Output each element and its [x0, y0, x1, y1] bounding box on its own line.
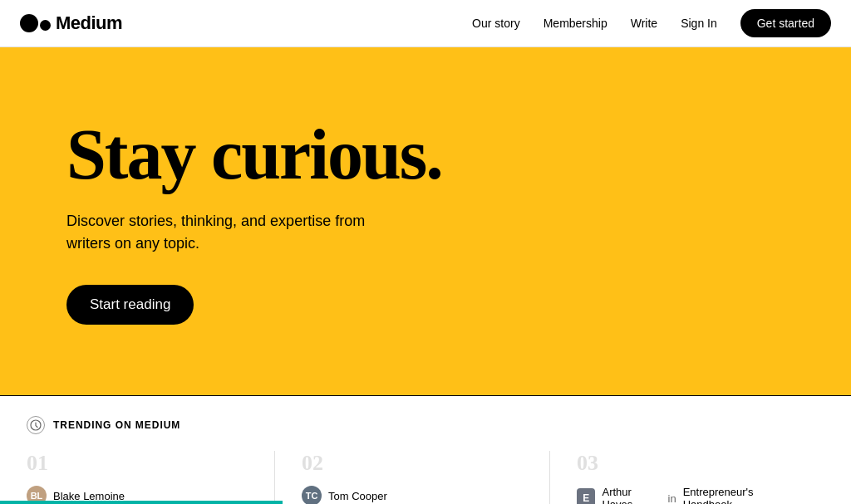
- bottom-progress-bar: [0, 501, 283, 504]
- article-number-2: 02: [302, 451, 523, 476]
- article-author-3: E Arthur Hayes in Entrepreneur's Handboo…: [577, 486, 798, 504]
- hero-section: Stay curious. Discover stories, thinking…: [0, 47, 851, 396]
- article-number-1: 01: [27, 451, 248, 476]
- main-header: Medium Our story Membership Write Sign I…: [0, 0, 851, 47]
- hero-title: Stay curious.: [66, 119, 785, 190]
- logo-text: Medium: [56, 12, 122, 34]
- logo-circle-small: [40, 20, 51, 31]
- trending-label: TRENDING ON MEDIUM: [53, 419, 180, 431]
- nav-our-story[interactable]: Our story: [472, 17, 520, 30]
- author-name-2[interactable]: Tom Cooper: [328, 490, 387, 502]
- logo-icon: [20, 14, 51, 32]
- author-in-3: in: [668, 492, 676, 505]
- logo-circle-large: [20, 14, 38, 32]
- author-avatar-3: E: [577, 488, 595, 504]
- article-author-2: TC Tom Cooper: [302, 486, 523, 504]
- article-number-3: 03: [577, 451, 798, 476]
- author-avatar-2: TC: [302, 486, 322, 504]
- article-item-3: 03 E Arthur Hayes in Entrepreneur's Hand…: [577, 451, 824, 504]
- trending-articles: 01 BL Blake Lemoine Is LaMDA Sentient?—a…: [27, 451, 824, 504]
- trending-icon: [27, 416, 45, 434]
- trending-header: TRENDING ON MEDIUM: [27, 416, 824, 434]
- nav-write[interactable]: Write: [631, 17, 657, 30]
- nav-sign-in[interactable]: Sign In: [681, 17, 717, 30]
- get-started-button[interactable]: Get started: [740, 9, 831, 37]
- author-name-3[interactable]: Arthur Hayes: [602, 486, 661, 504]
- article-item-2: 02 TC Tom Cooper Ukraine War, 1, 2, 3 an…: [302, 451, 550, 504]
- nav-membership[interactable]: Membership: [544, 17, 608, 30]
- logo[interactable]: Medium: [20, 12, 122, 34]
- article-item-1: 01 BL Blake Lemoine Is LaMDA Sentient?—a…: [27, 451, 275, 504]
- trending-section: TRENDING ON MEDIUM 01 BL Blake Lemoine I…: [0, 396, 851, 504]
- hero-subtitle: Discover stories, thinking, and expertis…: [66, 210, 382, 255]
- start-reading-button[interactable]: Start reading: [66, 285, 194, 325]
- main-nav: Our story Membership Write Sign In Get s…: [472, 9, 831, 37]
- author-publication-3[interactable]: Entrepreneur's Handbook: [683, 486, 798, 504]
